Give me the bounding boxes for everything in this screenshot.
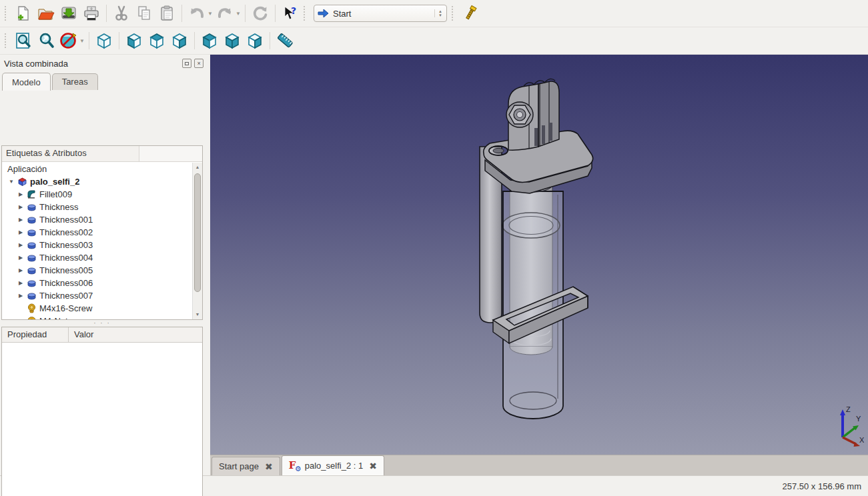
undo-dropdown-arrow[interactable]: ▼ <box>207 11 213 17</box>
combined-view-panel: Vista combinada × Modelo Tareas Etiqueta… <box>0 55 207 475</box>
scroll-up-icon[interactable]: ▲ <box>193 163 202 172</box>
fit-selection-button[interactable] <box>35 30 57 51</box>
screw-icon <box>463 5 478 22</box>
separator <box>106 5 107 22</box>
right-view-button[interactable] <box>168 30 191 51</box>
property-column-header: Propiedad <box>2 327 69 342</box>
thickness-icon <box>26 240 37 251</box>
bottom-view-button[interactable] <box>221 30 244 51</box>
tree-item-clipped[interactable]: M4-Nut <box>2 315 192 319</box>
tree-item[interactable]: M4x16-Screw <box>2 302 192 315</box>
separator <box>89 32 89 49</box>
expander-collapsed-icon[interactable]: ▶ <box>17 204 25 210</box>
expander-collapsed-icon[interactable]: ▶ <box>17 280 25 286</box>
bottom-view-icon <box>223 31 242 50</box>
close-tab-icon[interactable]: ✖ <box>265 461 273 472</box>
tree-item[interactable]: ▶ Thickness002 <box>2 226 192 239</box>
tree-scrollbar[interactable]: ▲ ▼ <box>192 163 202 319</box>
document-label: palo_selfi_2 <box>30 177 79 187</box>
left-view-button[interactable] <box>244 30 266 51</box>
expander-collapsed-icon[interactable]: ▶ <box>17 255 25 261</box>
cut-button[interactable] <box>110 3 133 24</box>
scroll-down-icon[interactable]: ▼ <box>193 310 202 319</box>
expander-collapsed-icon[interactable]: ▶ <box>17 229 25 235</box>
tree-item[interactable]: ▶ Thickness003 <box>2 239 192 251</box>
tree-item[interactable]: ▶ Thickness004 <box>2 251 192 264</box>
new-document-button[interactable] <box>12 3 35 24</box>
draw-style-icon <box>59 31 78 50</box>
right-view-icon <box>170 31 189 50</box>
panel-float-button[interactable] <box>182 59 191 68</box>
draw-style-dropdown-arrow[interactable]: ▼ <box>79 38 85 44</box>
expander-collapsed-icon[interactable]: ▶ <box>17 267 25 273</box>
tree-item[interactable]: ▶ Thickness007 <box>2 289 192 302</box>
3d-viewport[interactable]: Z Y X <box>210 55 868 455</box>
workbench-spinner[interactable]: ▲▼ <box>434 9 442 17</box>
tab-tareas[interactable]: Tareas <box>52 73 98 90</box>
open-button[interactable] <box>35 3 57 24</box>
toolbar-handle[interactable] <box>304 6 309 21</box>
rear-view-button[interactable] <box>198 30 221 51</box>
tree-item-document[interactable]: ▼ palo_selfi_2 <box>2 175 192 188</box>
new-document-icon <box>15 5 31 21</box>
toolbar-handle[interactable] <box>5 6 10 21</box>
tree-item[interactable]: ▶ Thickness006 <box>2 277 192 289</box>
expander-collapsed-icon[interactable]: ▶ <box>17 293 25 299</box>
tree-item[interactable]: ▶ Thickness005 <box>2 264 192 277</box>
copy-button[interactable] <box>133 3 155 24</box>
axis-indicator: Z Y X <box>824 403 864 449</box>
close-icon: × <box>197 60 200 67</box>
redo-button[interactable] <box>213 3 236 24</box>
save-icon <box>60 5 77 22</box>
thickness-icon <box>26 253 37 263</box>
float-icon <box>185 62 189 65</box>
print-icon <box>83 5 100 22</box>
expander-collapsed-icon[interactable]: ▶ <box>17 242 25 248</box>
nut-fastener-icon <box>26 316 37 320</box>
redo-dropdown-arrow[interactable]: ▼ <box>235 11 242 17</box>
draw-style-button[interactable] <box>57 30 80 51</box>
fit-all-icon <box>15 32 32 49</box>
whats-this-button[interactable]: ? <box>279 3 302 24</box>
separator <box>245 5 246 22</box>
tree-root-application[interactable]: Aplicación <box>2 163 192 175</box>
toolbar-handle[interactable] <box>5 33 10 48</box>
scrollbar-thumb[interactable] <box>194 173 201 292</box>
tree-item[interactable]: ▶ Fillet009 <box>2 188 192 201</box>
refresh-button[interactable] <box>249 3 272 24</box>
tab-palo-selfi-document[interactable]: F⚙ palo_selfi_2 : 1 ✖ <box>282 455 384 475</box>
tab-modelo[interactable]: Modelo <box>2 73 51 91</box>
axonometric-view-button[interactable] <box>93 30 115 51</box>
tab-start-page[interactable]: Start page ✖ <box>211 457 280 475</box>
clamp-head <box>506 79 559 150</box>
toolbar-file: ▼ ▼ ? Start <box>0 0 868 27</box>
axis-y-label: Y <box>856 415 861 423</box>
close-tab-icon[interactable]: ✖ <box>369 461 377 471</box>
workbench-selector[interactable]: Start ▲▼ <box>314 5 447 22</box>
fit-all-button[interactable] <box>12 30 35 51</box>
top-view-icon <box>147 31 166 50</box>
measure-button[interactable] <box>274 30 296 51</box>
document-icon <box>17 177 27 187</box>
paste-button[interactable] <box>155 3 178 24</box>
selfie-stick-model <box>210 55 865 455</box>
toolbar-handle[interactable] <box>452 6 457 21</box>
top-view-button[interactable] <box>145 30 168 51</box>
tree-item[interactable]: ▶ Thickness <box>2 201 192 213</box>
panel-close-button[interactable]: × <box>194 59 203 68</box>
tree-item[interactable]: ▶ Thickness001 <box>2 213 192 226</box>
undo-button[interactable] <box>185 3 208 24</box>
svg-text:?: ? <box>291 5 296 16</box>
expander-collapsed-icon[interactable]: ▶ <box>17 191 25 197</box>
panel-splitter[interactable]: · · · <box>1 321 203 327</box>
print-button[interactable] <box>80 3 103 24</box>
save-button[interactable] <box>57 3 80 24</box>
cut-icon <box>113 5 129 22</box>
fastener-screw-button[interactable] <box>459 3 482 24</box>
expander-expanded-icon[interactable]: ▼ <box>7 179 15 185</box>
front-view-button[interactable] <box>123 30 145 51</box>
property-editor: Propiedad Valor <box>1 327 203 496</box>
freecad-window: ▼ ▼ ? Start <box>0 0 868 496</box>
expander-collapsed-icon[interactable]: ▶ <box>17 217 25 223</box>
thickness-icon <box>26 215 37 225</box>
